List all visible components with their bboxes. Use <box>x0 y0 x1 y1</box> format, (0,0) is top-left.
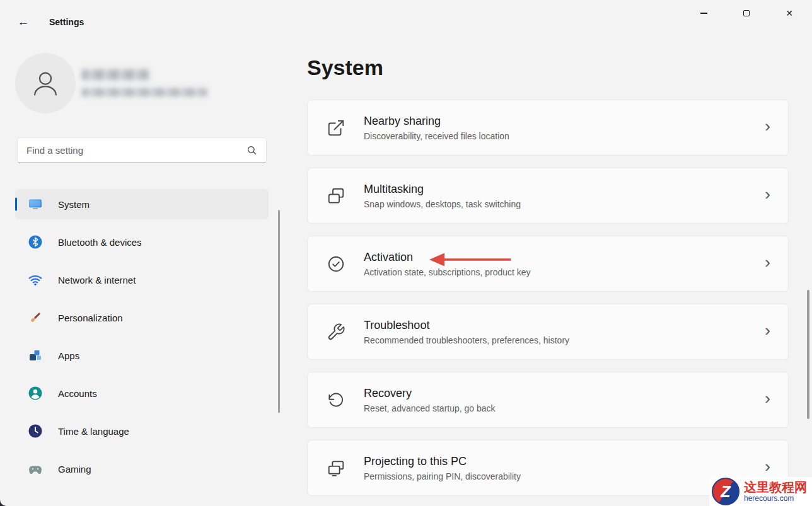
card-nearby-sharing[interactable]: Nearby sharing Discoverability, received… <box>307 100 789 156</box>
chevron-right-icon: › <box>765 253 770 272</box>
settings-cards: Nearby sharing Discoverability, received… <box>307 100 789 506</box>
sidebar-item-apps[interactable]: Apps <box>15 340 269 371</box>
card-subtitle: Reset, advanced startup, go back <box>364 403 496 413</box>
minimize-icon <box>700 13 707 13</box>
activation-icon <box>327 255 345 273</box>
search-box <box>17 137 267 163</box>
search-input[interactable] <box>18 138 246 163</box>
page-title: System <box>307 55 383 80</box>
card-title: Multitasking <box>364 183 521 196</box>
bluetooth-icon <box>28 234 43 250</box>
card-subtitle: Activation state, subscriptions, product… <box>364 267 531 277</box>
sidebar-item-label: Apps <box>58 350 79 361</box>
chevron-right-icon: › <box>765 185 770 204</box>
card-title: Recovery <box>364 387 496 400</box>
sidebar-item-label: Time & language <box>58 426 129 437</box>
settings-nav: System Bluetooth & devices Network & int… <box>15 189 269 492</box>
accounts-icon <box>28 386 43 401</box>
sidebar-item-personalization[interactable]: Personalization <box>15 302 269 333</box>
watermark-site-name: 这里教程网 <box>744 480 807 495</box>
watermark-site-url: herecours.com <box>744 495 807 503</box>
maximize-icon <box>743 10 750 16</box>
projecting-icon <box>327 459 345 478</box>
chevron-right-icon: › <box>765 117 770 136</box>
maximize-button[interactable] <box>732 0 761 26</box>
sidebar-item-label: Accounts <box>58 388 97 399</box>
sidebar-item-label: Gaming <box>58 464 91 474</box>
card-subtitle: Discoverability, received files location <box>364 131 509 141</box>
user-email-redacted <box>82 88 207 96</box>
person-icon <box>28 66 62 100</box>
sidebar-item-bluetooth-devices[interactable]: Bluetooth & devices <box>15 227 269 257</box>
titlebar: ← Settings ✕ <box>0 0 812 32</box>
sidebar-item-label: System <box>58 199 90 210</box>
card-title: Activation <box>364 251 531 264</box>
chevron-right-icon: › <box>765 389 770 408</box>
app-title: Settings <box>49 17 84 27</box>
watermark-logo-icon: Z <box>712 478 740 505</box>
card-recovery[interactable]: Recovery Reset, advanced startup, go bac… <box>307 372 789 428</box>
card-activation[interactable]: Activation Activation state, subscriptio… <box>307 236 789 292</box>
watermark: Z 这里教程网 herecours.com <box>709 477 812 506</box>
sidebar-item-label: Personalization <box>58 313 123 323</box>
window-controls: ✕ <box>675 0 804 26</box>
brush-icon <box>28 310 43 325</box>
close-icon: ✕ <box>786 8 793 18</box>
sidebar-item-system[interactable]: System <box>15 189 269 219</box>
minimize-button[interactable] <box>689 0 718 26</box>
wifi-icon <box>28 272 43 287</box>
card-subtitle: Recommended troubleshooters, preferences… <box>364 335 569 345</box>
user-name-redacted <box>82 69 149 80</box>
card-title: Nearby sharing <box>364 115 509 128</box>
sidebar-item-label: Network & internet <box>58 275 136 285</box>
sidebar-item-gaming[interactable]: Gaming <box>15 454 269 484</box>
sidebar-item-time-language[interactable]: Time & language <box>15 416 269 446</box>
sidebar-item-network-internet[interactable]: Network & internet <box>15 265 269 295</box>
recovery-icon <box>327 391 345 410</box>
user-account-area <box>15 53 76 113</box>
chevron-right-icon: › <box>765 457 770 476</box>
avatar <box>15 53 76 113</box>
system-icon <box>28 197 43 212</box>
back-button[interactable]: ← <box>13 13 34 32</box>
sidebar-scrollbar[interactable] <box>278 210 280 413</box>
window-corner <box>0 497 10 506</box>
card-subtitle: Snap windows, desktops, task switching <box>364 199 521 209</box>
close-button[interactable]: ✕ <box>775 0 804 26</box>
nearby-sharing-icon <box>327 118 345 137</box>
sidebar-item-label: Bluetooth & devices <box>58 237 142 248</box>
sidebar-item-accounts[interactable]: Accounts <box>15 378 269 408</box>
multitasking-icon <box>327 187 345 205</box>
card-troubleshoot[interactable]: Troubleshoot Recommended troubleshooters… <box>307 304 789 360</box>
clock-icon <box>28 423 43 439</box>
card-multitasking[interactable]: Multitasking Snap windows, desktops, tas… <box>307 168 789 224</box>
search-icon <box>246 145 257 156</box>
main-scrollbar[interactable] <box>807 290 809 419</box>
apps-icon <box>28 348 43 363</box>
game-controller-icon <box>28 461 43 476</box>
card-title: Projecting to this PC <box>364 455 521 468</box>
card-subtitle: Permissions, pairing PIN, discoverabilit… <box>364 471 521 481</box>
chevron-right-icon: › <box>765 321 770 340</box>
troubleshoot-wrench-icon <box>327 323 345 342</box>
card-title: Troubleshoot <box>364 319 569 332</box>
